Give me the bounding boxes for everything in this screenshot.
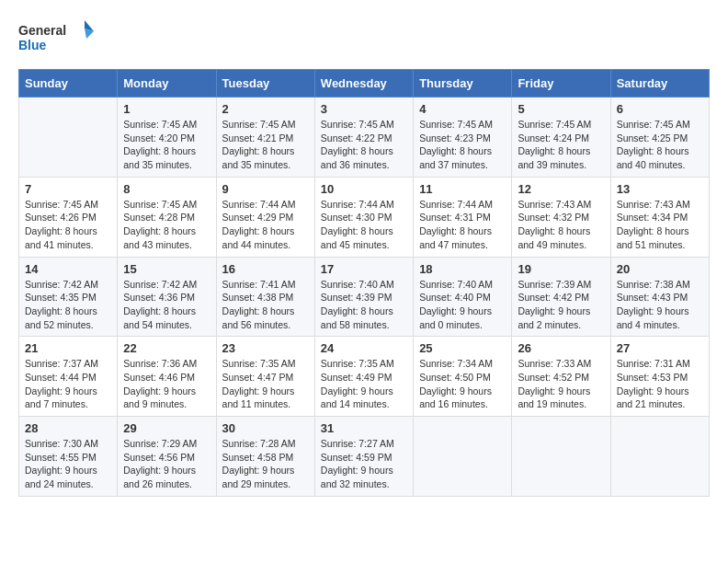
day-header-friday: Friday: [512, 70, 610, 98]
day-info: Sunrise: 7:41 AMSunset: 4:38 PMDaylight:…: [222, 278, 309, 332]
calendar-cell: 1Sunrise: 7:45 AMSunset: 4:20 PMDaylight…: [118, 98, 216, 178]
day-info: Sunrise: 7:29 AMSunset: 4:56 PMDaylight:…: [123, 437, 210, 491]
svg-text:General: General: [18, 23, 66, 38]
logo-svg: General Blue: [18, 18, 101, 55]
calendar-cell: 12Sunrise: 7:43 AMSunset: 4:32 PMDayligh…: [512, 177, 610, 257]
calendar-cell: 24Sunrise: 7:35 AMSunset: 4:49 PMDayligh…: [314, 337, 413, 417]
calendar-cell: 17Sunrise: 7:40 AMSunset: 4:39 PMDayligh…: [314, 257, 413, 337]
day-number: 4: [419, 102, 506, 116]
calendar-cell: 29Sunrise: 7:29 AMSunset: 4:56 PMDayligh…: [118, 417, 216, 497]
calendar-cell: [512, 417, 610, 497]
logo: General Blue: [18, 18, 101, 55]
calendar-cell: [414, 417, 512, 497]
calendar-cell: 4Sunrise: 7:45 AMSunset: 4:23 PMDaylight…: [414, 98, 512, 178]
day-info: Sunrise: 7:28 AMSunset: 4:58 PMDaylight:…: [222, 437, 309, 491]
day-number: 21: [25, 341, 111, 355]
calendar-cell: 11Sunrise: 7:44 AMSunset: 4:31 PMDayligh…: [414, 177, 512, 257]
calendar-cell: 19Sunrise: 7:39 AMSunset: 4:42 PMDayligh…: [512, 257, 610, 337]
day-number: 10: [321, 182, 407, 196]
day-info: Sunrise: 7:37 AMSunset: 4:44 PMDaylight:…: [25, 357, 111, 411]
calendar-week-row: 7Sunrise: 7:45 AMSunset: 4:26 PMDaylight…: [19, 177, 710, 257]
day-header-thursday: Thursday: [414, 70, 512, 98]
calendar-cell: 13Sunrise: 7:43 AMSunset: 4:34 PMDayligh…: [610, 177, 709, 257]
calendar-cell: 5Sunrise: 7:45 AMSunset: 4:24 PMDaylight…: [512, 98, 610, 178]
day-info: Sunrise: 7:45 AMSunset: 4:21 PMDaylight:…: [222, 118, 309, 172]
day-info: Sunrise: 7:43 AMSunset: 4:32 PMDaylight:…: [518, 198, 604, 252]
day-info: Sunrise: 7:45 AMSunset: 4:20 PMDaylight:…: [123, 118, 210, 172]
day-info: Sunrise: 7:38 AMSunset: 4:43 PMDaylight:…: [617, 278, 703, 332]
day-number: 28: [25, 421, 111, 435]
calendar-cell: 8Sunrise: 7:45 AMSunset: 4:28 PMDaylight…: [118, 177, 216, 257]
day-number: 19: [518, 262, 604, 276]
calendar-cell: 2Sunrise: 7:45 AMSunset: 4:21 PMDaylight…: [216, 98, 314, 178]
day-number: 29: [123, 421, 210, 435]
day-number: 18: [419, 262, 506, 276]
calendar-header-row: SundayMondayTuesdayWednesdayThursdayFrid…: [19, 70, 710, 98]
day-info: Sunrise: 7:44 AMSunset: 4:30 PMDaylight:…: [321, 198, 407, 252]
day-header-saturday: Saturday: [610, 70, 709, 98]
day-info: Sunrise: 7:30 AMSunset: 4:55 PMDaylight:…: [25, 437, 111, 491]
calendar-week-row: 14Sunrise: 7:42 AMSunset: 4:35 PMDayligh…: [19, 257, 710, 337]
calendar-cell: 20Sunrise: 7:38 AMSunset: 4:43 PMDayligh…: [610, 257, 709, 337]
day-header-wednesday: Wednesday: [314, 70, 413, 98]
day-header-tuesday: Tuesday: [216, 70, 314, 98]
day-info: Sunrise: 7:33 AMSunset: 4:52 PMDaylight:…: [518, 357, 604, 411]
calendar-cell: 21Sunrise: 7:37 AMSunset: 4:44 PMDayligh…: [19, 337, 118, 417]
calendar-table: SundayMondayTuesdayWednesdayThursdayFrid…: [18, 69, 710, 497]
day-number: 22: [123, 341, 210, 355]
day-info: Sunrise: 7:44 AMSunset: 4:29 PMDaylight:…: [222, 198, 309, 252]
day-number: 11: [419, 182, 506, 196]
day-info: Sunrise: 7:45 AMSunset: 4:25 PMDaylight:…: [617, 118, 703, 172]
day-number: 26: [518, 341, 604, 355]
calendar-cell: 3Sunrise: 7:45 AMSunset: 4:22 PMDaylight…: [314, 98, 413, 178]
calendar-cell: 28Sunrise: 7:30 AMSunset: 4:55 PMDayligh…: [19, 417, 118, 497]
calendar-week-row: 28Sunrise: 7:30 AMSunset: 4:55 PMDayligh…: [19, 417, 710, 497]
day-number: 12: [518, 182, 604, 196]
day-number: 17: [321, 262, 407, 276]
day-info: Sunrise: 7:36 AMSunset: 4:46 PMDaylight:…: [123, 357, 210, 411]
calendar-cell: 30Sunrise: 7:28 AMSunset: 4:58 PMDayligh…: [216, 417, 314, 497]
day-number: 30: [222, 421, 309, 435]
day-number: 3: [321, 102, 407, 116]
day-number: 31: [321, 421, 407, 435]
day-header-monday: Monday: [118, 70, 216, 98]
day-number: 27: [617, 341, 703, 355]
day-number: 9: [222, 182, 309, 196]
calendar-cell: 25Sunrise: 7:34 AMSunset: 4:50 PMDayligh…: [414, 337, 512, 417]
day-info: Sunrise: 7:40 AMSunset: 4:40 PMDaylight:…: [419, 278, 506, 332]
calendar-cell: 7Sunrise: 7:45 AMSunset: 4:26 PMDaylight…: [19, 177, 118, 257]
day-number: 8: [123, 182, 210, 196]
day-info: Sunrise: 7:43 AMSunset: 4:34 PMDaylight:…: [617, 198, 703, 252]
calendar-cell: 27Sunrise: 7:31 AMSunset: 4:53 PMDayligh…: [610, 337, 709, 417]
calendar-week-row: 1Sunrise: 7:45 AMSunset: 4:20 PMDaylight…: [19, 98, 710, 178]
header: General Blue: [18, 18, 710, 55]
calendar-cell: 15Sunrise: 7:42 AMSunset: 4:36 PMDayligh…: [118, 257, 216, 337]
day-number: 5: [518, 102, 604, 116]
day-info: Sunrise: 7:42 AMSunset: 4:36 PMDaylight:…: [123, 278, 210, 332]
day-number: 14: [25, 262, 111, 276]
day-info: Sunrise: 7:42 AMSunset: 4:35 PMDaylight:…: [25, 278, 111, 332]
calendar-cell: 9Sunrise: 7:44 AMSunset: 4:29 PMDaylight…: [216, 177, 314, 257]
calendar-cell: 18Sunrise: 7:40 AMSunset: 4:40 PMDayligh…: [414, 257, 512, 337]
day-number: 23: [222, 341, 309, 355]
svg-text:Blue: Blue: [18, 38, 47, 52]
calendar-cell: 10Sunrise: 7:44 AMSunset: 4:30 PMDayligh…: [314, 177, 413, 257]
calendar-cell: 26Sunrise: 7:33 AMSunset: 4:52 PMDayligh…: [512, 337, 610, 417]
day-number: 2: [222, 102, 309, 116]
calendar-cell: 14Sunrise: 7:42 AMSunset: 4:35 PMDayligh…: [19, 257, 118, 337]
day-number: 20: [617, 262, 703, 276]
day-info: Sunrise: 7:45 AMSunset: 4:28 PMDaylight:…: [123, 198, 210, 252]
day-number: 24: [321, 341, 407, 355]
calendar-cell: 23Sunrise: 7:35 AMSunset: 4:47 PMDayligh…: [216, 337, 314, 417]
day-info: Sunrise: 7:35 AMSunset: 4:47 PMDaylight:…: [222, 357, 309, 411]
calendar-cell: 16Sunrise: 7:41 AMSunset: 4:38 PMDayligh…: [216, 257, 314, 337]
calendar-cell: 31Sunrise: 7:27 AMSunset: 4:59 PMDayligh…: [314, 417, 413, 497]
day-info: Sunrise: 7:44 AMSunset: 4:31 PMDaylight:…: [419, 198, 506, 252]
day-number: 6: [617, 102, 703, 116]
day-info: Sunrise: 7:39 AMSunset: 4:42 PMDaylight:…: [518, 278, 604, 332]
calendar-cell: 6Sunrise: 7:45 AMSunset: 4:25 PMDaylight…: [610, 98, 709, 178]
day-info: Sunrise: 7:45 AMSunset: 4:26 PMDaylight:…: [25, 198, 111, 252]
day-info: Sunrise: 7:45 AMSunset: 4:22 PMDaylight:…: [321, 118, 407, 172]
day-info: Sunrise: 7:40 AMSunset: 4:39 PMDaylight:…: [321, 278, 407, 332]
day-number: 7: [25, 182, 111, 196]
